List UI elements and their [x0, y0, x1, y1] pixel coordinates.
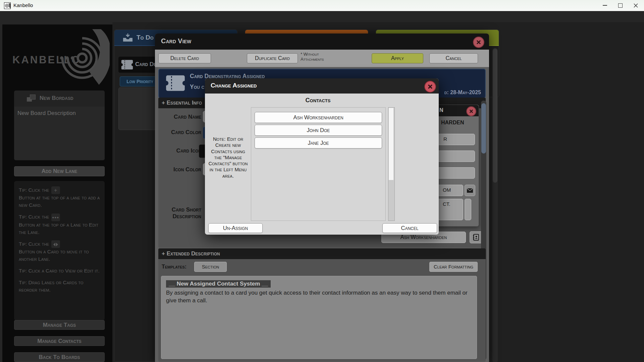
board-name: New Bordasd	[40, 95, 73, 102]
section-template-button[interactable]: Section	[194, 262, 227, 272]
add-new-lane-button[interactable]: Add New Lane	[14, 166, 105, 176]
change-assigned-header: Change Assigned	[205, 78, 439, 94]
tips-panel: Tip: Click the + Button at the top of a …	[14, 181, 105, 320]
tip-drag: Tip: Drag Lanes or Cards to reorder them…	[19, 279, 100, 294]
board-scrollbar-thumb[interactable]	[493, 49, 497, 183]
card-view-title: Card View	[161, 37, 191, 45]
card-short-description-label: Card Short Description	[158, 206, 201, 220]
board-description-box[interactable]: New Board Description	[14, 107, 105, 160]
card-tag-low-priority: Low Priority	[120, 76, 160, 86]
close-icon	[476, 40, 481, 45]
change-assigned-close-button[interactable]	[424, 81, 436, 93]
card-name-label: Card Name	[158, 114, 201, 120]
app-logo-head-icon	[53, 27, 110, 87]
maximize-button[interactable]	[612, 0, 628, 11]
card-view-toolbar: Delete Card Duplicate Card * Without Att…	[155, 50, 489, 67]
description-section-heading: __ New Assigned Contact System __	[166, 280, 271, 288]
ticket-icon	[121, 60, 133, 70]
close-icon	[634, 3, 638, 8]
apply-button[interactable]: Apply	[372, 53, 423, 63]
minimize-button[interactable]	[597, 0, 612, 11]
app-window: Kanbello To Do	[0, 0, 644, 362]
contact-book-icon	[472, 234, 480, 241]
board-card-title: Card De	[135, 61, 156, 68]
close-window-button[interactable]	[628, 0, 643, 11]
current-board-button[interactable]: New Bordasd	[14, 90, 105, 107]
send-email-button[interactable]	[465, 185, 475, 196]
contact-option-ash[interactable]: Ash Worksenharden	[255, 112, 382, 123]
contact-option-jane[interactable]: Jane Joe	[255, 137, 382, 148]
delete-card-button[interactable]: Delete Card	[158, 53, 211, 63]
card-view-header: Card View	[155, 34, 489, 50]
contact-field-1-value: R	[443, 136, 447, 142]
contact-details-title: N	[439, 107, 443, 113]
ellipsis-icon: ●●●	[51, 214, 60, 221]
contact-address-scrollbar[interactable]	[465, 199, 471, 220]
contact-name-text: HARDEN	[441, 120, 464, 126]
contacts-list: Ash Worksenharden John Doe Jane Joe	[251, 107, 386, 221]
card-preview-date: d: 28-May-2025	[444, 89, 481, 96]
card-view-close-button[interactable]	[473, 37, 484, 48]
plus-icon: +	[51, 186, 60, 194]
contact-address-value: CT.	[443, 201, 450, 207]
card-color-label: Card Color	[158, 129, 201, 136]
contact-option-john[interactable]: John Doe	[255, 125, 382, 136]
close-icon	[428, 84, 433, 89]
contacts-scrollbar[interactable]	[388, 107, 395, 221]
extended-description-section: + Extended Description Templates: Sectio…	[158, 248, 486, 362]
tip-move-card: Tip: Click the Button on a Card to move …	[19, 240, 100, 263]
tip-view-card: Tip: Click a Card to View or Edit it.	[19, 267, 100, 275]
contacts-note: Note: Edit or Create new Contacts using …	[207, 136, 249, 179]
board-description-text: New Board Description	[17, 110, 76, 116]
tip-add-card: Tip: Click the + Button at the top of a …	[19, 186, 100, 209]
description-body-text: By assigning a contact to a card you get…	[166, 289, 470, 305]
board-scrollbar[interactable]	[492, 48, 498, 362]
close-icon	[469, 109, 473, 113]
contacts-scrollbar-thumb[interactable]	[389, 108, 393, 180]
maximize-icon	[618, 3, 623, 8]
extended-description-header[interactable]: + Extended Description	[158, 248, 486, 259]
clear-formatting-button[interactable]: Clear Formatting	[429, 262, 478, 272]
card-icon-label: Card Icon	[158, 147, 201, 154]
assigned-contact-picker-button[interactable]	[470, 231, 482, 243]
window-title: Kanbello	[13, 2, 33, 8]
un-assign-button[interactable]: Un-Assign	[208, 223, 263, 233]
envelope-icon	[467, 188, 473, 193]
boards-icon	[27, 95, 36, 103]
duplicate-card-button[interactable]: Duplicate Card	[247, 53, 298, 63]
icon-color-label: Icon Color	[158, 166, 201, 173]
extended-description-editor[interactable]: __ New Assigned Contact System __ By ass…	[161, 276, 477, 359]
back-to-boards-button[interactable]: Back To Boards	[14, 352, 105, 362]
contact-details-close-button[interactable]	[466, 106, 476, 116]
window-content: To Do Card De Low Priority	[0, 11, 644, 362]
lane-todo-label: To Do	[137, 34, 154, 41]
card-preview-subtitle: You c	[190, 83, 204, 90]
window-titlebar: Kanbello	[0, 0, 644, 11]
change-assigned-title: Change Assigned	[211, 82, 257, 89]
contact-email-value: OM	[443, 187, 451, 193]
minimize-icon	[603, 5, 607, 6]
manage-tags-button[interactable]: Manage Tags	[14, 320, 105, 330]
change-assigned-cancel-button[interactable]: Cancel	[382, 223, 437, 233]
sidebar: KANBELLO New Bordasd	[2, 24, 112, 362]
tip-edit-lane: Tip: Click the ●●● Button at the top of …	[19, 213, 100, 236]
card-view-cancel-button[interactable]: Cancel	[429, 53, 478, 63]
inbox-icon	[122, 33, 133, 42]
manage-contacts-button[interactable]: Manage Contacts	[14, 336, 105, 346]
card-view-scrollbar-thumb[interactable]	[481, 103, 486, 154]
without-attachments-note: * Without Attachments	[301, 52, 336, 62]
ticket-icon	[166, 75, 185, 92]
app-icon	[4, 2, 11, 9]
contacts-list-header: Contacts	[251, 97, 385, 104]
move-icon	[51, 240, 60, 248]
change-assigned-dialog: Change Assigned Contacts Ash Worksenhard…	[205, 78, 439, 235]
templates-label: Templates:	[162, 264, 186, 270]
